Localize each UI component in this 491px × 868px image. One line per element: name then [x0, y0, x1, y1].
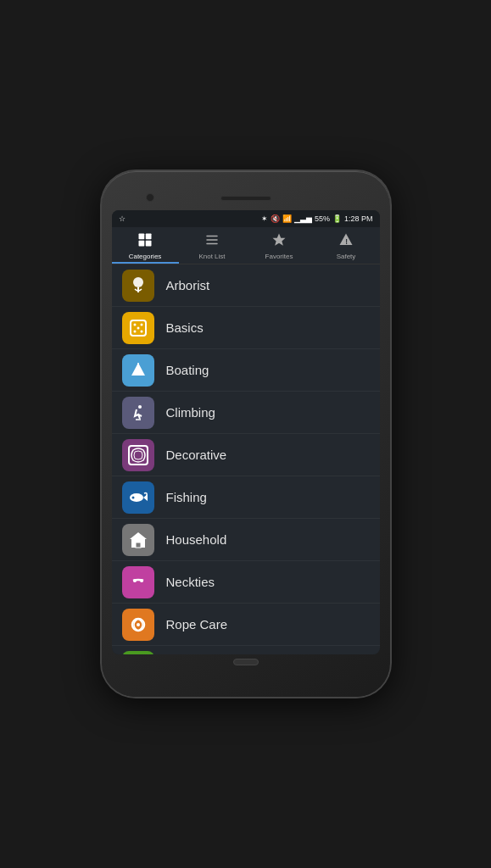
tab-knot-list[interactable]: Knot List — [179, 227, 246, 264]
battery-icon: 🔋 — [332, 214, 342, 223]
basics-label: Basics — [166, 320, 204, 335]
svg-rect-11 — [137, 287, 139, 292]
svg-rect-26 — [136, 542, 141, 548]
phone-speaker — [220, 196, 271, 201]
category-list: Arborist Basics — [112, 264, 380, 654]
svg-point-10 — [133, 277, 143, 287]
phone-top-bar — [112, 186, 380, 210]
list-item[interactable]: Decorative — [112, 434, 380, 476]
basics-icon-box — [122, 312, 154, 344]
svg-point-20 — [138, 405, 142, 409]
svg-point-28 — [133, 579, 137, 582]
favorites-icon — [271, 232, 287, 251]
svg-text:!: ! — [345, 238, 348, 246]
svg-rect-6 — [206, 243, 218, 245]
knot-list-icon — [204, 232, 220, 251]
svg-rect-3 — [146, 241, 152, 247]
list-item[interactable]: Neckties — [112, 561, 380, 604]
decorative-label: Decorative — [166, 448, 227, 462]
neckties-icon-box — [122, 566, 154, 598]
tab-favorites-label: Favorites — [265, 253, 293, 260]
tab-safety[interactable]: ! Safety — [313, 227, 380, 264]
tab-categories[interactable]: Categories — [112, 227, 179, 264]
list-item[interactable]: Household — [112, 519, 380, 561]
list-item[interactable]: Scouting — [112, 646, 380, 654]
svg-point-24 — [131, 496, 134, 498]
list-item[interactable]: Arborist — [112, 264, 380, 307]
battery-percent: 55% — [315, 214, 330, 223]
tab-favorites[interactable]: Favorites — [246, 227, 313, 264]
svg-rect-4 — [206, 236, 218, 237]
list-item[interactable]: Basics — [112, 307, 380, 349]
household-label: Household — [166, 532, 227, 547]
nav-tabs: Categories Knot List Fav — [112, 227, 380, 264]
status-bar: ☆ ✶ 🔇 📶 ▁▃▅ 55% 🔋 1:28 PM — [112, 210, 380, 227]
phone-bottom-bar — [112, 654, 380, 670]
neckties-label: Neckties — [166, 575, 215, 589]
bluetooth-icon: ✶ — [261, 214, 268, 223]
rope-care-label: Rope Care — [166, 617, 228, 632]
tab-knot-list-label: Knot List — [198, 253, 225, 260]
wifi-icon: ☆ — [119, 214, 126, 223]
boating-icon-box — [122, 354, 154, 387]
status-right: ✶ 🔇 📶 ▁▃▅ 55% 🔋 1:28 PM — [261, 214, 373, 223]
signal-bars-icon: ▁▃▅ — [294, 214, 312, 223]
household-icon-box — [122, 524, 154, 556]
list-item[interactable]: Fishing — [112, 476, 380, 519]
svg-rect-0 — [139, 234, 145, 240]
tab-safety-label: Safety — [337, 253, 356, 260]
climbing-label: Climbing — [166, 405, 215, 420]
decorative-icon-box — [122, 439, 154, 471]
arborist-label: Arborist — [166, 278, 210, 292]
climbing-icon-box — [122, 397, 154, 429]
svg-point-13 — [133, 323, 136, 326]
svg-point-14 — [140, 323, 142, 326]
svg-rect-5 — [206, 239, 218, 241]
fishing-icon-box — [122, 481, 154, 514]
status-left: ☆ — [119, 214, 126, 223]
rope-care-icon-box — [122, 609, 154, 641]
wifi-signal-icon: 📶 — [282, 214, 292, 223]
arborist-icon-box — [122, 270, 154, 302]
safety-icon: ! — [338, 232, 354, 251]
list-item[interactable]: Boating — [112, 349, 380, 392]
phone-screen: ☆ ✶ 🔇 📶 ▁▃▅ 55% 🔋 1:28 PM — [112, 210, 380, 654]
svg-point-17 — [137, 326, 139, 329]
svg-point-22 — [130, 493, 143, 502]
fishing-label: Fishing — [166, 490, 207, 504]
svg-rect-2 — [139, 241, 145, 247]
svg-point-16 — [140, 330, 142, 332]
svg-point-29 — [140, 579, 143, 582]
scouting-icon-box — [122, 651, 154, 655]
phone-device: ☆ ✶ 🔇 📶 ▁▃▅ 55% 🔋 1:28 PM — [102, 171, 390, 697]
phone-camera — [146, 193, 154, 202]
sound-icon: 🔇 — [271, 214, 280, 223]
svg-rect-1 — [146, 234, 152, 240]
boating-label: Boating — [166, 363, 209, 377]
svg-point-31 — [137, 623, 140, 626]
svg-marker-7 — [273, 234, 286, 246]
list-item[interactable]: Climbing — [112, 392, 380, 434]
svg-point-15 — [133, 330, 136, 332]
tab-categories-label: Categories — [129, 253, 162, 260]
clock: 1:28 PM — [344, 214, 373, 223]
categories-icon — [137, 232, 153, 251]
phone-home-button[interactable] — [233, 659, 259, 665]
list-item[interactable]: Rope Care — [112, 604, 380, 646]
